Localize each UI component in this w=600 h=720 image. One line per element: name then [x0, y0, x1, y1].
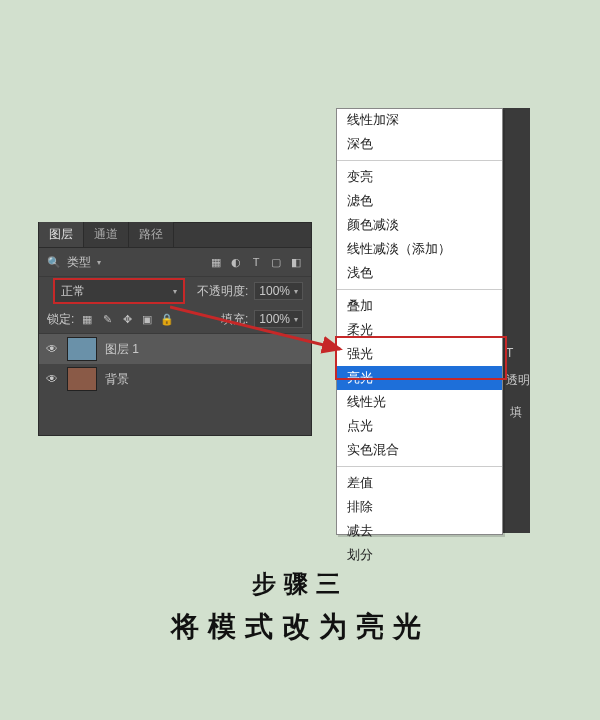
blend-mode-select[interactable]: 正常 ▾: [53, 278, 185, 304]
layer-row[interactable]: 👁 背景: [39, 364, 311, 394]
caption-line2: 将模式改为亮光: [0, 608, 600, 646]
filter-adjust-icon[interactable]: ◐: [229, 255, 243, 269]
menu-item[interactable]: 深色: [337, 132, 502, 156]
menu-item[interactable]: 变亮: [337, 165, 502, 189]
menu-item[interactable]: 颜色减淡: [337, 213, 502, 237]
tab-layers[interactable]: 图层: [39, 222, 84, 247]
blend-mode-value: 正常: [61, 283, 85, 300]
menu-item[interactable]: 线性加深: [337, 111, 502, 132]
layer-thumbnail: [67, 337, 97, 361]
layer-name: 图层 1: [105, 341, 139, 358]
chevron-down-icon[interactable]: ▾: [97, 258, 101, 267]
side-label: T: [506, 346, 513, 360]
lock-brush-icon[interactable]: ✎: [100, 312, 114, 326]
menu-item[interactable]: 实色混合: [337, 438, 502, 462]
menu-item[interactable]: 浅色: [337, 261, 502, 285]
lock-pixels-icon[interactable]: ▦: [80, 312, 94, 326]
fill-select[interactable]: 100% ▾: [254, 310, 303, 328]
layers-panel: 图层 通道 路径 🔍 类型 ▾ ▦ ◐ T ▢ ◧ 正常 ▾ 不透明度: 100…: [38, 222, 310, 434]
fill-value: 100%: [259, 312, 290, 326]
visibility-icon[interactable]: 👁: [45, 342, 59, 356]
menu-item[interactable]: 滤色: [337, 189, 502, 213]
layer-thumbnail: [67, 367, 97, 391]
panel-strip: [501, 108, 530, 533]
layer-row[interactable]: 👁 图层 1: [39, 334, 311, 364]
menu-item[interactable]: 划分: [337, 543, 502, 567]
blend-mode-menu: 线性加深 深色 变亮 滤色 颜色减淡 线性减淡（添加） 浅色 叠加 柔光 强光 …: [336, 108, 503, 535]
menu-item[interactable]: 减去: [337, 519, 502, 543]
filter-type-label: 类型: [67, 254, 91, 271]
blend-row: 正常 ▾ 不透明度: 100% ▾: [39, 277, 311, 305]
menu-item[interactable]: 线性减淡（添加）: [337, 237, 502, 261]
tab-paths[interactable]: 路径: [129, 222, 174, 247]
opacity-value: 100%: [259, 284, 290, 298]
lock-artboard-icon[interactable]: ▣: [140, 312, 154, 326]
lock-label: 锁定:: [47, 311, 74, 328]
filter-text-icon[interactable]: T: [249, 255, 263, 269]
layer-name: 背景: [105, 371, 129, 388]
menu-item[interactable]: 排除: [337, 495, 502, 519]
search-icon: 🔍: [47, 255, 61, 269]
lock-all-icon[interactable]: 🔒: [160, 312, 174, 326]
side-fill-short: 填: [510, 404, 522, 421]
menu-item[interactable]: 柔光: [337, 318, 502, 342]
chevron-down-icon: ▾: [294, 315, 298, 324]
caption-line1: 步骤三: [0, 568, 600, 600]
menu-item-selected[interactable]: 亮光: [337, 366, 502, 390]
side-opacity-short: 透明: [506, 372, 530, 389]
opacity-label: 不透明度:: [197, 283, 248, 300]
chevron-down-icon: ▾: [173, 287, 177, 296]
filter-row: 🔍 类型 ▾ ▦ ◐ T ▢ ◧: [39, 248, 311, 277]
visibility-icon[interactable]: 👁: [45, 372, 59, 386]
lock-row: 锁定: ▦ ✎ ✥ ▣ 🔒 填充: 100% ▾: [39, 305, 311, 334]
menu-item[interactable]: 强光: [337, 342, 502, 366]
menu-item[interactable]: 线性光: [337, 390, 502, 414]
lock-move-icon[interactable]: ✥: [120, 312, 134, 326]
menu-item[interactable]: 叠加: [337, 294, 502, 318]
chevron-down-icon: ▾: [294, 287, 298, 296]
fill-label: 填充:: [221, 311, 248, 328]
filter-image-icon[interactable]: ▦: [209, 255, 223, 269]
opacity-select[interactable]: 100% ▾: [254, 282, 303, 300]
tab-channels[interactable]: 通道: [84, 222, 129, 247]
menu-item[interactable]: 点光: [337, 414, 502, 438]
menu-item[interactable]: 差值: [337, 471, 502, 495]
filter-smart-icon[interactable]: ◧: [289, 255, 303, 269]
panel-tabs: 图层 通道 路径: [39, 223, 311, 248]
filter-shape-icon[interactable]: ▢: [269, 255, 283, 269]
